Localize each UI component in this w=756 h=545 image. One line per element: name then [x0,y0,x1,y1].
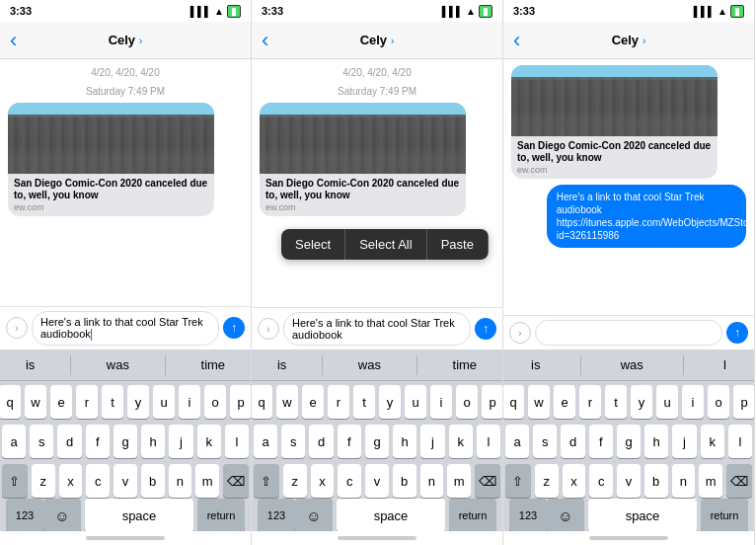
key-j-1[interactable]: j [169,425,192,458]
key-123-2[interactable]: 123 [258,499,295,532]
key-q-2[interactable]: q [252,385,272,419]
key-y-2[interactable]: y [379,385,401,419]
key-m-2[interactable]: m [447,464,471,498]
key-r-1[interactable]: r [76,385,98,419]
key-z-1[interactable]: z [32,464,55,498]
key-c-3[interactable]: c [589,464,613,498]
key-t-3[interactable]: t [605,385,627,419]
back-button-3[interactable]: ‹ [513,28,520,53]
key-s-3[interactable]: s [533,425,557,458]
key-v-2[interactable]: v [365,464,389,498]
key-q-3[interactable]: q [503,385,524,419]
key-c-1[interactable]: c [86,464,110,498]
key-f-3[interactable]: f [589,425,613,458]
key-e-1[interactable]: e [50,385,72,419]
key-w-3[interactable]: w [528,385,550,419]
key-g-2[interactable]: g [365,425,389,458]
input-chevron-1[interactable]: › [6,317,28,339]
key-o-3[interactable]: o [708,385,729,419]
key-shift-1[interactable]: ⇧ [2,464,28,498]
key-q-1[interactable]: q [0,385,21,419]
key-i-3[interactable]: i [682,385,704,419]
key-a-1[interactable]: a [2,425,26,458]
key-emoji-2[interactable]: ☺ [295,499,333,532]
suggestion-3-0[interactable]: is [523,353,548,376]
key-n-1[interactable]: n [169,464,192,498]
key-f-1[interactable]: f [86,425,110,458]
key-j-2[interactable]: j [420,425,444,458]
key-x-2[interactable]: x [311,464,335,498]
key-n-2[interactable]: n [420,464,444,498]
context-menu-paste[interactable]: Paste [427,229,489,260]
key-d-3[interactable]: d [561,425,584,458]
key-h-3[interactable]: h [644,425,668,458]
key-u-1[interactable]: u [153,385,175,419]
key-v-3[interactable]: v [617,464,641,498]
key-e-2[interactable]: e [302,385,324,419]
key-a-2[interactable]: a [254,425,277,458]
key-r-2[interactable]: r [328,385,349,419]
key-123-3[interactable]: 123 [509,499,547,532]
key-l-3[interactable]: l [728,425,752,458]
back-button-2[interactable]: ‹ [262,28,268,53]
suggestion-3-2[interactable]: l [716,353,734,376]
key-space-1[interactable]: space [85,499,193,532]
key-k-2[interactable]: k [449,425,473,458]
key-123-1[interactable]: 123 [6,499,43,532]
key-s-1[interactable]: s [30,425,53,458]
key-n-3[interactable]: n [672,464,696,498]
key-delete-2[interactable]: ⌫ [475,464,500,498]
key-z-2[interactable]: z [283,464,307,498]
key-b-1[interactable]: b [141,464,165,498]
key-r-3[interactable]: r [579,385,601,419]
key-x-3[interactable]: x [563,464,586,498]
key-d-1[interactable]: d [57,425,81,458]
input-field-2[interactable]: Here's a link to that cool Star Trek aud… [283,312,471,346]
key-delete-1[interactable]: ⌫ [223,464,249,498]
key-return-1[interactable]: return [197,499,245,532]
key-l-2[interactable]: l [477,425,500,458]
key-m-1[interactable]: m [195,464,219,498]
key-f-2[interactable]: f [338,425,361,458]
key-a-3[interactable]: a [505,425,529,458]
key-o-2[interactable]: o [456,385,478,419]
key-m-3[interactable]: m [699,464,722,498]
key-return-3[interactable]: return [701,499,748,532]
key-delete-3[interactable]: ⌫ [726,464,752,498]
input-chevron-2[interactable]: › [258,318,279,340]
key-p-2[interactable]: p [482,385,503,419]
key-l-1[interactable]: l [225,425,249,458]
suggestion-1-2[interactable]: time [193,353,234,376]
key-h-2[interactable]: h [393,425,416,458]
key-g-3[interactable]: g [617,425,641,458]
key-w-2[interactable]: w [276,385,298,419]
key-return-2[interactable]: return [449,499,496,532]
key-h-1[interactable]: h [141,425,165,458]
key-w-1[interactable]: w [25,385,46,419]
suggestion-2-1[interactable]: was [350,353,389,376]
key-k-1[interactable]: k [197,425,221,458]
send-button-2[interactable]: ↑ [475,318,496,340]
suggestion-2-2[interactable]: time [445,353,486,376]
input-field-3[interactable] [535,320,722,346]
suggestion-1-1[interactable]: was [99,353,137,376]
key-emoji-3[interactable]: ☺ [547,499,584,532]
key-i-2[interactable]: i [430,385,452,419]
key-y-3[interactable]: y [631,385,652,419]
key-x-1[interactable]: x [59,464,83,498]
context-menu-select[interactable]: Select [281,229,345,260]
key-t-1[interactable]: t [102,385,123,419]
key-i-1[interactable]: i [179,385,200,419]
key-e-3[interactable]: e [554,385,575,419]
key-b-2[interactable]: b [393,464,416,498]
key-space-3[interactable]: space [588,499,697,532]
key-j-3[interactable]: j [672,425,696,458]
input-chevron-3[interactable]: › [509,322,531,344]
context-menu-select-all[interactable]: Select All [345,229,426,260]
key-b-3[interactable]: b [644,464,668,498]
key-p-1[interactable]: p [230,385,252,419]
key-k-3[interactable]: k [701,425,724,458]
key-p-3[interactable]: p [733,385,755,419]
key-c-2[interactable]: c [338,464,361,498]
key-u-2[interactable]: u [405,385,426,419]
